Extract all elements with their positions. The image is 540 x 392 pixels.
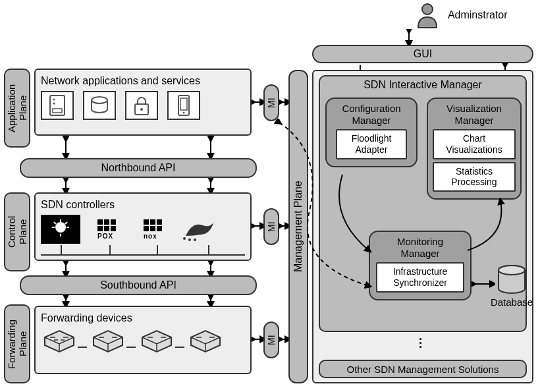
switch-icon (187, 328, 224, 353)
floodlight-icon (41, 215, 80, 244)
southbound-api-bar: Southbound API (20, 275, 257, 295)
svg-point-28 (422, 4, 433, 14)
control-plane-label: Control Plane (4, 192, 30, 271)
arrow-admin-gui (404, 29, 414, 46)
control-plane-panel: SDN controllers POX nox (34, 192, 252, 261)
svg-point-14 (55, 222, 66, 233)
database-label: Database (487, 296, 536, 308)
other-sdn-solutions: Other SDN Management Solutions (319, 360, 527, 378)
server-icon (41, 91, 74, 120)
database: Database (487, 264, 536, 308)
nox-icon: nox (133, 215, 173, 244)
visualization-manager: Visualization Manager Chart Visualizatio… (427, 98, 522, 200)
switch-icon (90, 328, 126, 353)
administrator-text: Adminstrator (448, 9, 508, 20)
svg-point-9 (183, 112, 185, 114)
lock-icon (125, 91, 158, 120)
forwarding-plane-panel: Forwarding devices (34, 306, 252, 374)
controllers-row: POX nox (41, 215, 245, 244)
forwarding-plane-label: Forwarding Plane (4, 304, 30, 383)
application-plane-label: Application Plane (4, 69, 30, 148)
svg-point-15 (183, 237, 186, 240)
svg-point-6 (140, 108, 143, 111)
northbound-api-bar: Northbound API (20, 158, 257, 178)
svg-point-16 (188, 238, 191, 241)
forwarding-title: Forwarding devices (41, 312, 245, 324)
device-icon (167, 91, 200, 120)
application-plane-panel: Network applications and services (34, 69, 252, 136)
pox-icon: POX (87, 215, 126, 244)
viz-manager-title: Visualization Manager (432, 103, 516, 126)
gui-bar: GUI (312, 45, 533, 63)
svg-point-4 (92, 97, 107, 103)
database-icon (83, 91, 116, 120)
arrows-north-control (53, 178, 237, 194)
switch-icon (138, 328, 175, 353)
dragon-icon (179, 215, 219, 244)
chart-visualizations: Chart Visualizations (433, 129, 516, 159)
svg-point-17 (194, 238, 196, 241)
control-plane-title: SDN controllers (41, 199, 245, 211)
arrow-fwd-mi (252, 335, 265, 344)
svg-point-1 (53, 99, 55, 101)
arrow-app-mi (252, 98, 265, 107)
vertical-dots-icon: ··· (419, 337, 422, 349)
arrow-monitor-viz (461, 198, 527, 257)
administrator-label: Adminstrator (395, 1, 527, 34)
svg-point-34 (499, 266, 525, 275)
sdn-interactive-title: SDN Interactive Manager (320, 76, 526, 94)
app-icons-row (41, 91, 245, 120)
svg-rect-3 (53, 109, 62, 113)
app-plane-title: Network applications and services (41, 75, 245, 87)
dashed-mi-monitor (270, 119, 402, 329)
svg-rect-8 (180, 98, 187, 110)
switch-row (41, 328, 245, 353)
switch-icon (41, 328, 78, 353)
statistics-processing: Statistics Processing (433, 162, 516, 192)
arrow-ctrl-mi (252, 221, 265, 231)
svg-point-2 (53, 103, 55, 105)
arrows-control-south (53, 261, 237, 277)
mi-app: MI (263, 84, 279, 121)
